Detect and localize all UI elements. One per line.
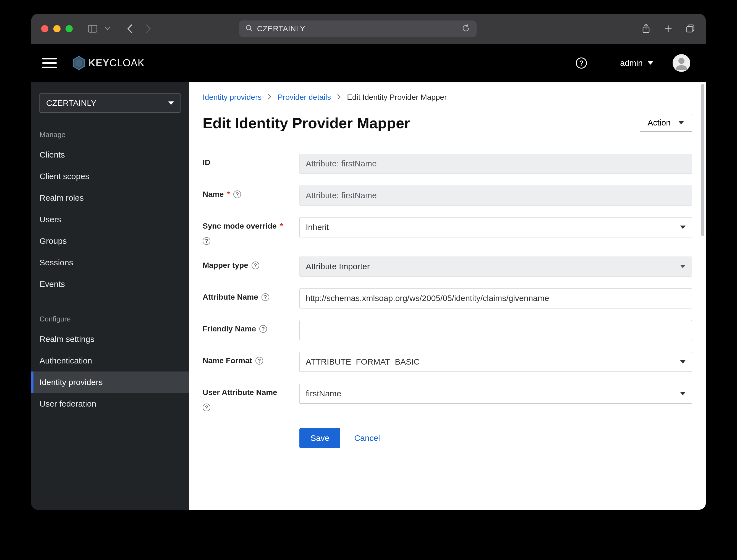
reload-icon[interactable] bbox=[462, 24, 470, 33]
help-icon[interactable]: ? bbox=[233, 190, 241, 198]
sidebar-section-manage: Manage bbox=[31, 124, 189, 144]
action-label: Action bbox=[648, 118, 671, 127]
sidebar-item-identity-providers[interactable]: Identity providers bbox=[31, 371, 189, 393]
window-controls bbox=[41, 25, 73, 32]
help-icon[interactable]: ? bbox=[252, 261, 259, 269]
app-logo-text: KEYCLOAK bbox=[88, 57, 145, 69]
minimize-window-button[interactable] bbox=[53, 25, 61, 32]
sidebar-item-realm-settings[interactable]: Realm settings bbox=[31, 328, 189, 350]
sidebar-item-users[interactable]: Users bbox=[31, 209, 189, 230]
breadcrumb-item[interactable]: Provider details bbox=[278, 93, 331, 102]
divider bbox=[203, 143, 692, 143]
main-content: Identity providersProvider detailsEdit I… bbox=[189, 82, 706, 510]
new-tab-icon[interactable] bbox=[663, 23, 674, 34]
user-attribute-select[interactable]: firstName bbox=[299, 384, 692, 404]
friendly-name-input[interactable] bbox=[299, 320, 692, 340]
sidebar-item-events[interactable]: Events bbox=[31, 273, 189, 295]
url-bar[interactable]: CZERTAINLY bbox=[239, 20, 477, 37]
app-header: KEYCLOAK ? admin bbox=[31, 44, 706, 82]
help-icon[interactable]: ? bbox=[262, 293, 269, 301]
chevron-down-icon bbox=[168, 101, 174, 105]
svg-point-10 bbox=[678, 58, 684, 64]
sidebar-item-groups[interactable]: Groups bbox=[31, 230, 189, 252]
menu-toggle-button[interactable] bbox=[42, 58, 57, 68]
user-menu[interactable]: admin bbox=[620, 58, 653, 68]
search-icon bbox=[245, 25, 253, 33]
chevron-down-icon bbox=[680, 360, 686, 363]
svg-line-3 bbox=[250, 29, 252, 31]
sidebar-item-sessions[interactable]: Sessions bbox=[31, 252, 189, 273]
chevron-down-icon bbox=[678, 121, 684, 124]
name-label: Name* ? bbox=[203, 185, 294, 199]
help-icon[interactable]: ? bbox=[203, 404, 210, 411]
chevron-right-icon bbox=[337, 93, 341, 102]
chevron-down-icon bbox=[680, 265, 686, 268]
sidebar-item-clients[interactable]: Clients bbox=[31, 144, 189, 166]
maximize-window-button[interactable] bbox=[66, 25, 73, 32]
app-logo[interactable]: KEYCLOAK bbox=[71, 55, 145, 71]
chevron-down-icon bbox=[648, 61, 653, 65]
tab-overview-icon[interactable] bbox=[685, 23, 696, 34]
attribute-name-input[interactable] bbox=[299, 288, 692, 308]
sidebar-item-realm-roles[interactable]: Realm roles bbox=[31, 187, 189, 209]
name-format-label: Name Format ? bbox=[203, 352, 294, 365]
sync-mode-label: Sync mode override* ? bbox=[203, 217, 294, 245]
sidebar-toggle-icon[interactable] bbox=[87, 23, 98, 34]
sidebar-item-client-scopes[interactable]: Client scopes bbox=[31, 166, 189, 187]
browser-window: CZERTAINLY bbox=[31, 14, 706, 510]
url-text: CZERTAINLY bbox=[257, 24, 305, 33]
mapper-type-select[interactable]: Attribute Importer bbox=[299, 257, 692, 277]
mapper-type-label: Mapper type ? bbox=[203, 257, 294, 270]
realm-name: CZERTAINLY bbox=[46, 98, 96, 108]
back-button-icon[interactable] bbox=[124, 23, 135, 34]
svg-rect-0 bbox=[88, 25, 97, 32]
chevron-down-icon bbox=[680, 226, 686, 229]
share-icon[interactable] bbox=[641, 23, 652, 34]
keycloak-logo-icon bbox=[71, 55, 87, 71]
tab-group-dropdown-icon[interactable] bbox=[102, 23, 113, 34]
avatar[interactable] bbox=[673, 54, 690, 72]
action-dropdown[interactable]: Action bbox=[640, 114, 692, 132]
page-title: Edit Identity Provider Mapper bbox=[203, 114, 410, 132]
scrollbar[interactable] bbox=[701, 82, 705, 510]
close-window-button[interactable] bbox=[41, 25, 48, 32]
help-icon[interactable]: ? bbox=[255, 357, 263, 365]
chevron-down-icon bbox=[680, 392, 686, 395]
chevron-right-icon bbox=[268, 93, 271, 102]
help-icon[interactable]: ? bbox=[259, 325, 267, 333]
sidebar: CZERTAINLY Manage ClientsClient scopesRe… bbox=[31, 82, 189, 510]
scrollbar-thumb[interactable] bbox=[701, 84, 704, 236]
name-field[interactable]: Attribute: firstName bbox=[299, 185, 692, 206]
user-attribute-label: User Attribute Name ? bbox=[203, 384, 294, 411]
friendly-name-label: Friendly Name ? bbox=[203, 320, 294, 333]
id-field: Attribute: firstName bbox=[299, 154, 692, 174]
id-label: ID bbox=[203, 154, 294, 167]
user-name: admin bbox=[620, 58, 643, 68]
sidebar-item-user-federation[interactable]: User federation bbox=[31, 393, 189, 415]
cancel-button[interactable]: Cancel bbox=[354, 433, 380, 443]
breadcrumb: Identity providersProvider detailsEdit I… bbox=[203, 93, 692, 102]
sidebar-section-configure: Configure bbox=[31, 308, 189, 328]
sync-mode-select[interactable]: Inherit bbox=[299, 217, 692, 237]
name-format-select[interactable]: ATTRIBUTE_FORMAT_BASIC bbox=[299, 352, 692, 372]
help-icon[interactable]: ? bbox=[203, 237, 210, 245]
realm-selector[interactable]: CZERTAINLY bbox=[39, 93, 181, 113]
attribute-name-label: Attribute Name ? bbox=[203, 288, 294, 302]
forward-button-icon[interactable] bbox=[143, 23, 154, 34]
svg-point-2 bbox=[246, 25, 251, 30]
save-button[interactable]: Save bbox=[299, 428, 340, 448]
breadcrumb-item: Edit Identity Provider Mapper bbox=[347, 93, 447, 102]
user-icon bbox=[674, 56, 689, 70]
sidebar-item-authentication[interactable]: Authentication bbox=[31, 350, 189, 371]
breadcrumb-item[interactable]: Identity providers bbox=[203, 93, 262, 102]
browser-titlebar: CZERTAINLY bbox=[31, 14, 706, 44]
svg-rect-7 bbox=[687, 27, 693, 32]
help-icon[interactable]: ? bbox=[576, 57, 587, 69]
